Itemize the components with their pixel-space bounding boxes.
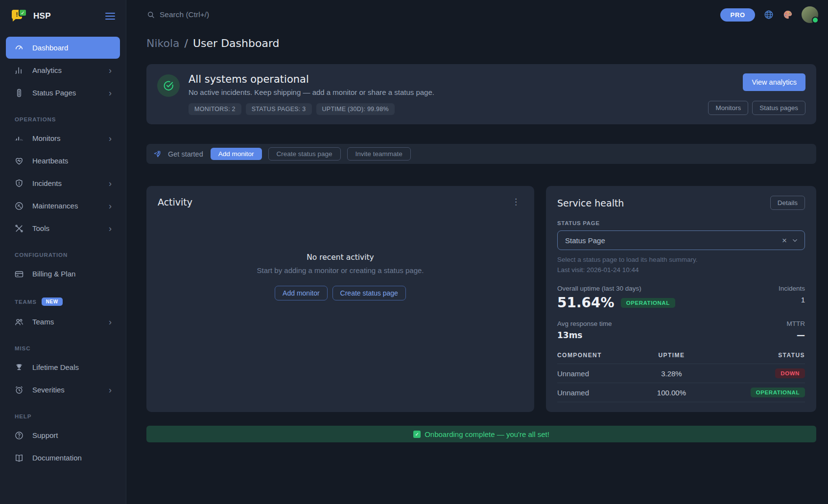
sidebar-item-support[interactable]: Support	[6, 424, 120, 446]
sidebar-item-heartbeats[interactable]: Heartbeats	[6, 150, 120, 172]
details-button[interactable]: Details	[770, 196, 805, 210]
empty-state-subtitle: Start by adding a monitor or creating a …	[158, 266, 523, 275]
status-check-icon	[157, 74, 180, 97]
status-pages-button[interactable]: Status pages	[752, 101, 805, 115]
uptime-30d-badge: UPTIME (30D): 99.98%	[316, 103, 395, 115]
sidebar-item-severities[interactable]: Severities ›	[6, 379, 120, 401]
sidebar-item-maintenances[interactable]: Maintenances ›	[6, 195, 120, 217]
alarm-clock-icon	[14, 385, 24, 395]
help-circle-icon	[14, 431, 24, 440]
sidebar-section-configuration: CONFIGURATION	[0, 240, 126, 262]
breadcrumb-parent[interactable]: Nikola	[146, 37, 180, 49]
sidebar-item-label: Status Pages	[32, 89, 76, 97]
chevron-right-icon: ›	[109, 202, 112, 210]
status-badge: OPERATIONAL	[751, 388, 805, 397]
app-logo-icon: ! ✓	[12, 9, 27, 23]
activity-card: Activity ⋮ No recent activity Start by a…	[146, 186, 534, 412]
get-started-label: Get started	[168, 150, 203, 158]
activity-empty-state: No recent activity Start by adding a mon…	[158, 253, 523, 300]
sidebar-item-label: Billing & Plan	[32, 270, 75, 278]
sidebar: ! ✓ HSP Dashboard Analytics › Status Pag…	[0, 0, 126, 504]
sidebar-section-help: HELP	[0, 401, 126, 424]
add-monitor-button[interactable]: Add monitor	[211, 148, 262, 160]
sidebar-item-lifetime-deals[interactable]: Lifetime Deals	[6, 356, 120, 378]
status-page-field-label: STATUS PAGE	[557, 220, 805, 226]
sidebar-item-label: Analytics	[32, 66, 62, 74]
breadcrumb-separator: /	[185, 37, 188, 49]
avg-response-stat: Avg response time 13ms	[557, 320, 612, 340]
uptime-stat: Overall uptime (last 30 days) 51.64% OPE…	[557, 285, 675, 311]
add-monitor-button[interactable]: Add monitor	[275, 286, 327, 300]
activity-title: Activity	[158, 197, 192, 207]
system-status-card: All systems operational No active incide…	[146, 64, 816, 124]
topbar: PRO	[126, 0, 828, 29]
dashboard-gauge-icon	[14, 43, 24, 53]
component-name: Unnamed	[557, 364, 643, 383]
search-input[interactable]	[160, 10, 297, 19]
create-status-page-button[interactable]: Create status page	[332, 286, 406, 300]
sidebar-item-label: Lifetime Deals	[32, 363, 79, 371]
sidebar-section-operations: OPERATIONS	[0, 104, 126, 127]
logo-row: ! ✓ HSP	[0, 0, 126, 32]
status-page-select[interactable]: Status Page ×	[557, 230, 805, 250]
sidebar-item-billing[interactable]: Billing & Plan	[6, 263, 120, 285]
trophy-icon	[14, 363, 24, 372]
clear-icon[interactable]: ×	[782, 236, 787, 245]
monitors-button[interactable]: Monitors	[708, 101, 748, 115]
table-row: Unnamed 3.28% DOWN	[557, 364, 805, 383]
sidebar-item-tools[interactable]: Tools ›	[6, 217, 120, 239]
traffic-light-icon	[14, 88, 24, 98]
sidebar-item-incidents[interactable]: Incidents ›	[6, 172, 120, 194]
invite-teammate-button[interactable]: Invite teammate	[347, 147, 411, 160]
chevron-right-icon: ›	[109, 224, 112, 233]
table-row: Unnamed 100.00% OPERATIONAL	[557, 383, 805, 402]
last-visit-text: Last visit: 2026-01-24 10:44	[557, 266, 805, 274]
global-search[interactable]	[146, 10, 297, 19]
book-icon	[14, 453, 24, 463]
rocket-icon	[153, 150, 162, 159]
mttr-label: MTTR	[787, 320, 805, 327]
status-meta-badges: MONITORS: 2 STATUS PAGES: 3 UPTIME (30D)…	[189, 103, 434, 115]
topbar-actions: PRO	[720, 6, 818, 23]
theme-palette-icon[interactable]	[782, 9, 793, 20]
select-helper-text: Select a status page to load its health …	[557, 256, 805, 263]
logo-checkmark: ✓	[19, 9, 27, 17]
view-analytics-button[interactable]: View analytics	[743, 73, 805, 91]
sidebar-item-label: Heartbeats	[32, 157, 68, 165]
chevron-right-icon: ›	[109, 66, 112, 75]
sidebar-item-dashboard[interactable]: Dashboard	[6, 37, 120, 59]
status-page-select-value: Status Page	[565, 236, 605, 245]
user-avatar[interactable]	[802, 6, 818, 23]
kebab-menu-icon[interactable]: ⋮	[509, 196, 523, 208]
pro-plan-badge[interactable]: PRO	[720, 8, 755, 22]
status-subtitle: No active incidents. Keep shipping — add…	[189, 88, 434, 96]
column-header-uptime: UPTIME	[643, 349, 700, 364]
sidebar-section-misc: MISC	[0, 333, 126, 356]
column-header-status: STATUS	[700, 349, 805, 364]
sidebar-item-label: Monitors	[32, 134, 61, 142]
sidebar-item-documentation[interactable]: Documentation	[6, 447, 120, 469]
language-globe-icon[interactable]	[763, 9, 774, 20]
incidents-stat: Incidents 1	[779, 285, 805, 304]
column-header-component: COMPONENT	[557, 349, 643, 364]
onboarding-complete-banner: ✓ Onboarding complete — you're all set!	[146, 426, 816, 442]
get-started-bar: Get started Add monitor Create status pa…	[146, 144, 816, 164]
sidebar-section-teams: TEAMS NEW	[0, 285, 126, 310]
create-status-page-button[interactable]: Create status page	[268, 147, 341, 160]
sidebar-item-analytics[interactable]: Analytics ›	[6, 59, 120, 81]
sidebar-item-monitors[interactable]: Monitors ›	[6, 127, 120, 149]
uptime-label: Overall uptime (last 30 days)	[557, 285, 675, 292]
mttr-stat: MTTR —	[787, 320, 805, 340]
breadcrumb: Nikola / User Dashboard	[146, 37, 816, 49]
chevron-right-icon: ›	[109, 386, 112, 394]
page-title: User Dashboard	[193, 37, 280, 49]
chevron-right-icon: ›	[109, 89, 112, 97]
hamburger-menu-icon[interactable]	[105, 13, 115, 20]
status-badge: DOWN	[775, 368, 805, 378]
uptime-status-badge: OPERATIONAL	[621, 298, 675, 308]
tools-icon	[14, 224, 24, 233]
sidebar-item-teams[interactable]: Teams ›	[6, 311, 120, 333]
sidebar-item-status-pages[interactable]: Status Pages ›	[6, 82, 120, 104]
sidebar-item-label: Documentation	[32, 454, 82, 462]
uptime-value: 51.64%	[557, 295, 615, 311]
